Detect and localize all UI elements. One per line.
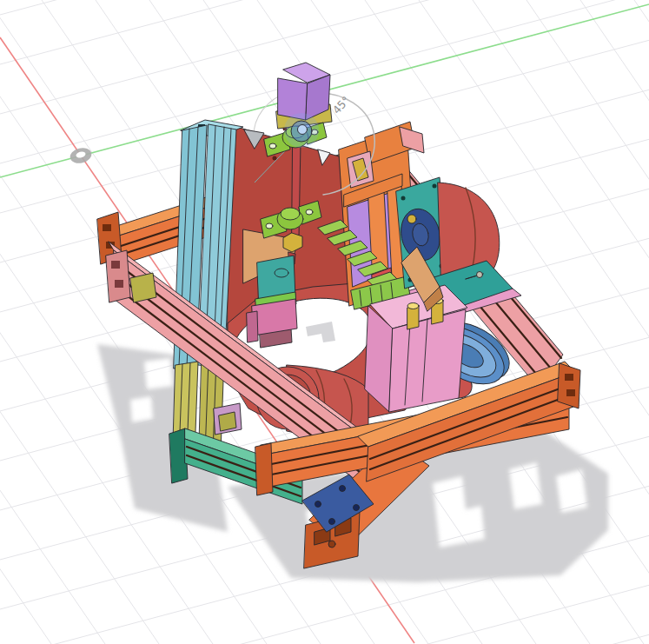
cad-canvas[interactable]: 45° — [0, 0, 649, 644]
cad-viewport[interactable]: 45° — [0, 0, 649, 644]
motor-shaft — [407, 215, 416, 223]
rail-nut-block — [130, 273, 156, 302]
move-gizmo-icon — [284, 113, 319, 148]
rail-end-cap — [558, 363, 580, 408]
angle-readout: 45° — [330, 94, 353, 116]
rail-cube — [214, 403, 242, 435]
carriage-pink-block — [252, 299, 297, 335]
